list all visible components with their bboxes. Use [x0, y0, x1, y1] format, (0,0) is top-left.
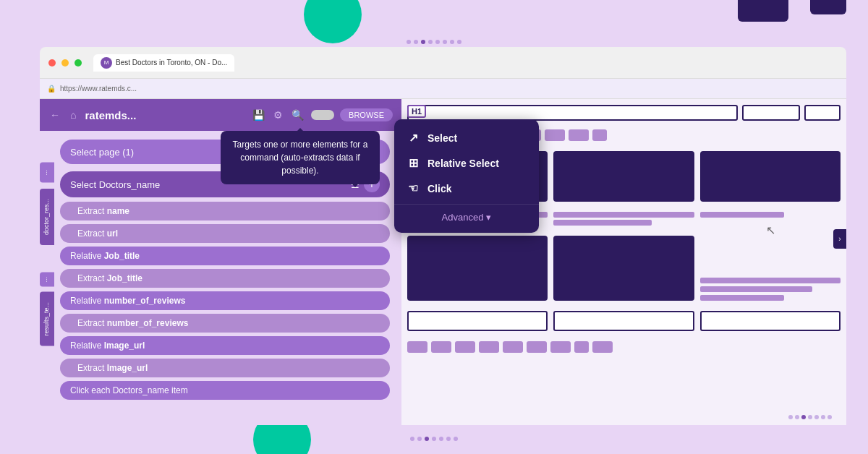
scroll-dots-bottom: [410, 437, 458, 441]
select-page-label: Select page (1): [70, 147, 134, 158]
scroll-dots-top: [407, 40, 461, 44]
h1-box3: [804, 105, 841, 121]
relative-imageurl-row[interactable]: Relative Image_url: [60, 336, 390, 355]
h1-box2: [742, 105, 800, 121]
settings-icon[interactable]: ⚙: [272, 108, 284, 122]
click-each-row[interactable]: Click each Doctors_name item: [60, 381, 390, 400]
browse-button[interactable]: BROWSE: [340, 108, 393, 121]
dot: [446, 437, 451, 441]
extract-imageurl-label: Image_url: [107, 363, 148, 373]
dot: [435, 40, 440, 44]
save-icon[interactable]: 💾: [251, 108, 266, 122]
outline-box: [553, 311, 694, 331]
tag: [455, 341, 475, 353]
dot: [827, 415, 832, 419]
tooltip-box: Targets one or more elements for a comma…: [221, 131, 380, 184]
large-block: [407, 236, 548, 301]
click-icon: ☜: [406, 181, 420, 195]
relative-jobtitle-row[interactable]: Relative Job_title: [60, 247, 390, 265]
menu-divider: [394, 204, 539, 205]
h1-badge: H1: [407, 105, 426, 118]
tab-title: Best Doctors in Toronto, ON - Do...: [116, 59, 227, 67]
extract-url-row[interactable]: Extract url: [60, 224, 390, 243]
text-line: [700, 212, 785, 218]
tag: [592, 129, 607, 141]
url-text: https://www.ratemds.c...: [60, 85, 137, 93]
tag: [431, 341, 451, 353]
text-line: [700, 278, 841, 283]
home-button[interactable]: ⌂: [69, 108, 77, 122]
tag: [545, 129, 565, 141]
dot: [450, 40, 454, 44]
deco-rect-1: [738, 0, 788, 22]
right-expand-icon[interactable]: ›: [833, 229, 846, 249]
dot: [414, 40, 418, 44]
select-label: Select: [427, 132, 457, 144]
relative-select-label: Relative Select: [427, 158, 499, 169]
advanced-menu[interactable]: Advanced ▾: [394, 207, 539, 227]
content-row: ← ⌂ ratemds... 💾 ⚙ 🔍 BROWSE Targets one …: [40, 99, 846, 425]
toggle-switch[interactable]: [311, 110, 334, 120]
tag: [574, 341, 589, 353]
dot: [439, 437, 443, 441]
tag: [479, 341, 499, 353]
context-click[interactable]: ☜ Click: [394, 176, 539, 201]
dot: [454, 437, 458, 441]
extract-name-row[interactable]: Extract name: [60, 202, 390, 220]
chrome-red[interactable]: [48, 59, 56, 67]
dot: [808, 415, 812, 419]
dot: [821, 415, 825, 419]
click-each-label: Click each Doctors_name item: [70, 385, 188, 395]
dot: [417, 437, 422, 441]
tool-title: ratemds...: [85, 109, 244, 121]
text-block-col: [700, 236, 841, 301]
chrome-green[interactable]: [75, 59, 82, 67]
tooltip-text: Targets one or more elements for a comma…: [233, 140, 368, 176]
tool-header: ← ⌂ ratemds... 💾 ⚙ 🔍 BROWSE: [40, 99, 401, 131]
text-line: [700, 295, 785, 301]
browser-tab[interactable]: M Best Doctors in Toronto, ON - Do...: [93, 54, 234, 72]
text-line: [553, 212, 694, 218]
dot-active: [801, 415, 806, 419]
dot: [443, 40, 447, 44]
click-label: Click: [427, 183, 451, 194]
context-relative-select[interactable]: ⊞ Relative Select: [394, 150, 539, 176]
dot: [432, 437, 436, 441]
card-block: [553, 151, 694, 202]
tag: [503, 341, 523, 353]
extract-jobtitle-row[interactable]: Extract Job_title: [60, 269, 390, 288]
dot: [788, 415, 793, 419]
relative-reviews-row[interactable]: Relative number_of_reviews: [60, 291, 390, 310]
large-block-row: [407, 236, 841, 301]
tooltip-arrow: [352, 184, 358, 190]
tag: [407, 341, 427, 353]
lock-icon: 🔒: [47, 85, 56, 93]
context-select[interactable]: ↗ Select: [394, 125, 539, 150]
doctors-name-label: Select Doctors_name: [70, 179, 160, 190]
relative-reviews-label: number_of_reviews: [104, 296, 186, 306]
deco-circle-top: [304, 0, 362, 43]
dot: [428, 40, 433, 44]
text-col: [553, 212, 694, 226]
relative-jobtitle-label: Job_title: [104, 251, 140, 261]
tag: [550, 341, 571, 353]
outline-box: [700, 311, 841, 331]
deco-rect-2: [810, 0, 846, 14]
chrome-yellow[interactable]: [61, 59, 69, 67]
extract-reviews-row[interactable]: Extract number_of_reviews: [60, 314, 390, 333]
relative-select-icon: ⊞: [406, 156, 420, 170]
dot-active: [421, 40, 425, 44]
card-block: [700, 151, 841, 202]
favicon: M: [101, 57, 112, 69]
cursor: ↖: [766, 223, 775, 237]
back-button[interactable]: ←: [48, 108, 61, 122]
extract-url-label: url: [107, 228, 118, 239]
extract-imageurl-row[interactable]: Extract Image_url: [60, 359, 390, 377]
search-icon[interactable]: 🔍: [290, 108, 305, 122]
text-line: [553, 220, 652, 226]
select-icon: ↗: [406, 131, 420, 145]
main-container: M Best Doctors in Toronto, ON - Do... 🔒 …: [40, 47, 846, 425]
large-block: [553, 236, 694, 301]
browser-chrome: M Best Doctors in Toronto, ON - Do...: [40, 47, 846, 79]
context-menu: ↗ Select ⊞ Relative Select ☜ Click Advan…: [394, 119, 539, 233]
